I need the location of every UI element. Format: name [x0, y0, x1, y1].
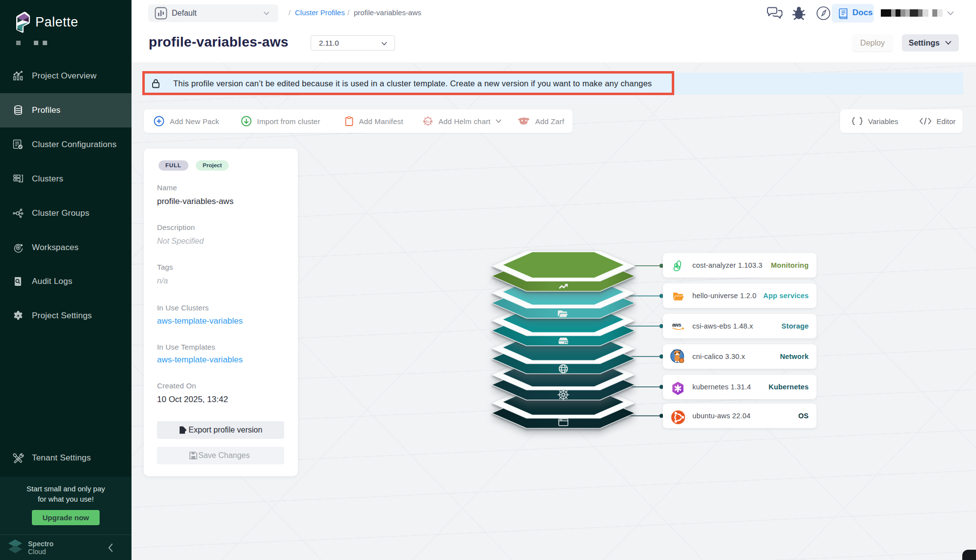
svg-text:aws: aws [672, 322, 682, 328]
svg-text:HELM: HELM [423, 120, 432, 123]
